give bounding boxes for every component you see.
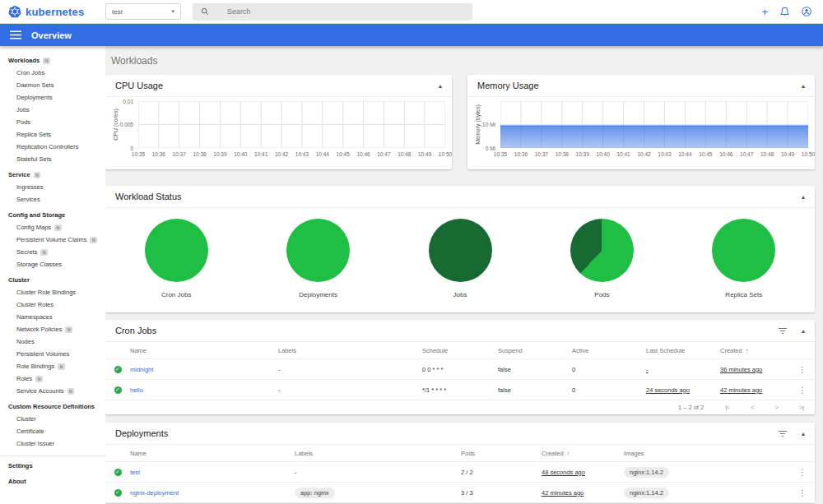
workload-pie-replica-sets[interactable]: Replica Sets <box>673 208 815 312</box>
x-axis-labels: 10:3510:3610:3710:3810:3910:4010:4110:42… <box>138 151 445 160</box>
cron-card-header: Cron Jobs ▴ <box>105 320 815 342</box>
sidebar-item-pods[interactable]: Pods <box>0 116 105 128</box>
workload-pie-pods[interactable]: Pods <box>531 208 672 312</box>
sidebar-item-label: Jobs <box>16 106 30 113</box>
filter-icon[interactable] <box>778 430 788 437</box>
sidebar-item-jobs[interactable]: Jobs <box>0 104 105 116</box>
name-link[interactable]: test <box>130 469 140 476</box>
next-page-icon[interactable]: > <box>775 404 779 411</box>
collapse-icon[interactable]: ▴ <box>802 193 805 201</box>
sidebar-item-service[interactable]: ServiceN <box>0 169 105 181</box>
filter-icon[interactable] <box>778 327 788 335</box>
workload-pie-deployments[interactable]: Deployments <box>247 208 388 312</box>
collapse-icon[interactable]: ▴ <box>802 430 805 437</box>
sidebar-item-replication-controllers[interactable]: Replication Controllers <box>0 141 105 153</box>
x-tick-label: 10:42 <box>637 151 650 157</box>
sidebar-item-replica-sets[interactable]: Replica Sets <box>0 128 105 141</box>
column-header-name[interactable]: Name <box>130 347 278 354</box>
chart-plot-area[interactable] <box>500 101 808 148</box>
row-menu-button[interactable]: ⋮ <box>790 468 815 477</box>
sidebar-item-namespaces[interactable]: Namespaces <box>0 311 105 323</box>
name-link[interactable]: midnight <box>130 366 153 373</box>
sidebar-item-cron-jobs[interactable]: Cron Jobs <box>0 67 105 79</box>
kubernetes-logo[interactable]: kubernetes <box>8 5 99 18</box>
last_schedule-value: - <box>646 366 649 373</box>
sidebar-item-ingresses[interactable]: Ingresses <box>0 181 105 193</box>
x-tick-label: 10:43 <box>295 151 309 157</box>
sidebar-item-roles[interactable]: RolesN <box>0 372 105 385</box>
sidebar-item-workloads[interactable]: WorkloadsN <box>0 54 105 67</box>
column-header-active[interactable]: Active <box>572 347 646 354</box>
status-cell: ✓ <box>105 468 130 476</box>
create-resource-button[interactable]: + <box>761 7 768 17</box>
collapse-icon[interactable]: ▴ <box>439 82 442 90</box>
column-header-created[interactable]: Created↑ <box>542 450 624 457</box>
sidebar-item-config-maps[interactable]: Config MapsN <box>0 221 105 234</box>
sidebar-item-secrets[interactable]: SecretsN <box>0 246 105 258</box>
sidebar-item-cluster-roles[interactable]: Cluster Roles <box>0 298 105 311</box>
schedule-cell: 0 0 * * * <box>422 366 498 373</box>
name-link[interactable]: nginx-deployment <box>130 489 179 497</box>
pods-cell: 2 / 2 <box>461 469 542 476</box>
page-context-title: Overview <box>31 30 72 40</box>
cpu-usage-card: CPU Usage ▴ CPU (cores)00.0050.0110:3510… <box>105 75 452 169</box>
column-header-labels[interactable]: Labels <box>278 347 422 354</box>
sort-asc-icon[interactable]: ↑ <box>746 348 749 354</box>
sidebar-item-config-and-storage[interactable]: Config and Storage <box>0 209 105 221</box>
pie-label: Pods <box>531 291 672 298</box>
sidebar-item-cluster-issuer[interactable]: Cluster Issuer <box>0 437 105 450</box>
collapse-icon[interactable]: ▴ <box>802 327 805 335</box>
x-tick-label: 10:44 <box>678 151 691 157</box>
sidebar-item-network-policies[interactable]: Network PoliciesN <box>0 323 105 335</box>
x-tick-label: 10:35 <box>132 151 145 157</box>
column-header-last-schedule[interactable]: Last Schedule <box>646 347 720 354</box>
sort-asc-icon[interactable]: ↑ <box>567 451 570 456</box>
account-icon[interactable] <box>802 7 811 16</box>
column-header-suspend[interactable]: Suspend <box>498 347 572 354</box>
column-header-created[interactable]: Created↑ <box>720 347 790 354</box>
sidebar-item-persistent-volumes[interactable]: Persistent Volumes <box>0 348 105 360</box>
column-header-images[interactable]: Images <box>624 450 790 457</box>
status-cell: ✓ <box>105 386 130 394</box>
sidebar-item-persistent-volume-claims[interactable]: Persistent Volume ClaimsN <box>0 234 105 246</box>
column-header-schedule[interactable]: Schedule <box>422 347 498 354</box>
prev-page-icon[interactable]: < <box>751 404 754 411</box>
sidebar-item-storage-classes[interactable]: Storage Classes <box>0 258 105 270</box>
name-link[interactable]: hello <box>130 386 143 394</box>
workload-pie-jobs[interactable]: Jobs <box>389 208 531 312</box>
column-header-labels[interactable]: Labels <box>295 450 461 457</box>
sidebar-item-service-accounts[interactable]: Service AccountsN <box>0 385 105 397</box>
workload-pie-cron-jobs[interactable]: Cron Jobs <box>105 208 247 312</box>
sidebar-item-role-bindings[interactable]: Role BindingsN <box>0 360 105 372</box>
sidebar-item-about[interactable]: About <box>0 475 105 488</box>
collapse-icon[interactable]: ▴ <box>802 82 805 90</box>
last-page-icon[interactable]: >| <box>799 404 803 411</box>
namespace-select[interactable]: test ▾ <box>105 3 181 20</box>
sidebar-item-cluster[interactable]: Cluster <box>0 274 105 286</box>
sidebar-item-nodes[interactable]: Nodes <box>0 335 105 348</box>
search-input[interactable] <box>226 7 464 16</box>
sidebar-item-deployments[interactable]: Deployments <box>0 91 105 104</box>
sidebar-item-cluster[interactable]: Cluster <box>0 413 105 425</box>
notifications-bell-icon[interactable] <box>780 7 789 16</box>
schedule-value: */1 * * * * <box>422 386 446 394</box>
sidebar-item-cluster-role-bindings[interactable]: Cluster Role Bindings <box>0 286 105 298</box>
sidebar-item-custom-resource-definitions[interactable]: Custom Resource Definitions <box>0 400 105 413</box>
row-menu-button[interactable]: ⋮ <box>790 488 815 497</box>
sidebar-item-stateful-sets[interactable]: Stateful Sets <box>0 153 105 165</box>
chart-plot-area[interactable] <box>138 101 445 148</box>
sidebar-item-daemon-sets[interactable]: Daemon Sets <box>0 79 105 91</box>
created-value: 42 minutes ago <box>542 489 584 497</box>
row-menu-button[interactable]: ⋮ <box>790 365 815 374</box>
column-header-name[interactable]: Name <box>130 450 295 457</box>
sidebar-item-certificate[interactable]: Certificate <box>0 425 105 437</box>
sidebar-item-services[interactable]: Services <box>0 193 105 206</box>
row-menu-button[interactable]: ⋮ <box>790 386 815 395</box>
labels-cell: - <box>278 366 422 373</box>
status-ok-icon: ✓ <box>114 489 122 497</box>
column-header-pods[interactable]: Pods <box>461 450 542 457</box>
search-bar[interactable] <box>193 3 472 21</box>
menu-hamburger-icon[interactable] <box>10 30 21 39</box>
sidebar-item-settings[interactable]: Settings <box>0 460 105 472</box>
first-page-icon[interactable]: |< <box>725 404 729 411</box>
